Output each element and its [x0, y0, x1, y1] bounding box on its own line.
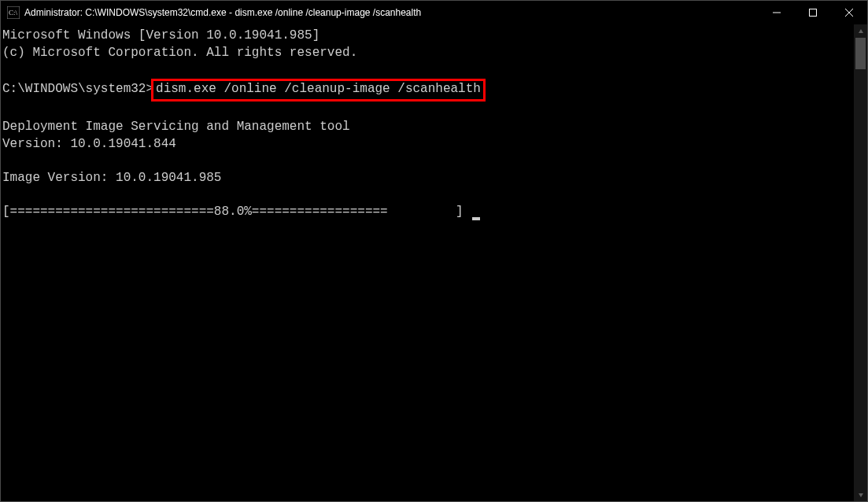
scroll-down-arrow-icon[interactable]	[854, 488, 867, 501]
scroll-up-arrow-icon[interactable]	[854, 24, 867, 38]
blank-line	[2, 102, 852, 119]
output-line: Image Version: 10.0.19041.985	[2, 170, 852, 187]
minimize-button[interactable]	[759, 1, 795, 24]
blank-line	[2, 153, 852, 170]
blank-line	[2, 186, 852, 204]
vertical-scrollbar[interactable]	[854, 24, 867, 501]
output-line: (c) Microsoft Corporation. All rights re…	[2, 45, 852, 62]
svg-marker-6	[859, 29, 863, 33]
prompt-line: C:\WINDOWS\system32>dism.exe /online /cl…	[2, 79, 852, 102]
highlighted-command: dism.exe /online /cleanup-image /scanhea…	[151, 79, 486, 102]
scroll-thumb[interactable]	[855, 38, 866, 69]
window-controls	[759, 1, 867, 24]
maximize-button[interactable]	[795, 1, 831, 24]
svg-text:C:\: C:\	[9, 9, 18, 17]
cmd-icon: C:\	[7, 6, 20, 19]
close-button[interactable]	[831, 1, 867, 24]
titlebar[interactable]: C:\ Administrator: C:\WINDOWS\system32\c…	[1, 1, 867, 24]
svg-rect-3	[810, 9, 817, 17]
svg-marker-7	[859, 493, 863, 497]
progress-line: [===========================88.0%=======…	[2, 204, 852, 221]
terminal-container: Microsoft Windows [Version 10.0.19041.98…	[1, 24, 867, 501]
output-line: Microsoft Windows [Version 10.0.19041.98…	[2, 28, 852, 45]
prompt-text: C:\WINDOWS\system32>	[2, 82, 153, 96]
terminal-output[interactable]: Microsoft Windows [Version 10.0.19041.98…	[1, 24, 854, 501]
cursor	[472, 217, 480, 220]
progress-bar-text: [===========================88.0%=======…	[2, 205, 471, 219]
output-line: Deployment Image Servicing and Managemen…	[2, 119, 852, 136]
command-text: dism.exe /online /cleanup-image /scanhea…	[156, 82, 481, 96]
output-line: Version: 10.0.19041.844	[2, 136, 852, 153]
blank-line	[2, 61, 852, 79]
window-title: Administrator: C:\WINDOWS\system32\cmd.e…	[24, 7, 759, 18]
scroll-track[interactable]	[854, 38, 867, 488]
command-prompt-window: C:\ Administrator: C:\WINDOWS\system32\c…	[0, 0, 868, 502]
